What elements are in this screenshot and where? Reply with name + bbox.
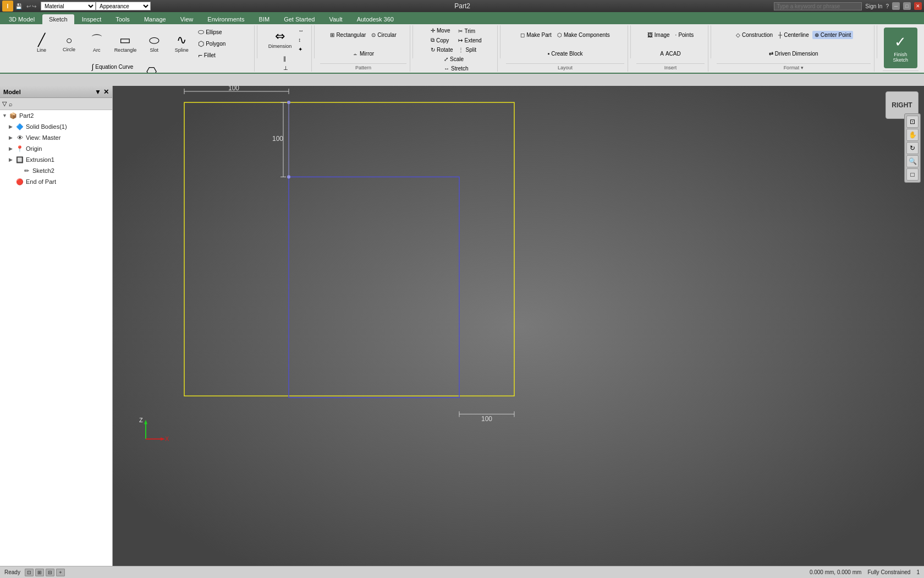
rotate-btn[interactable]: ↻ [906, 142, 919, 154]
panel-filter-btn[interactable]: ▼ [95, 88, 101, 96]
tab-environments[interactable]: Environments [201, 14, 251, 24]
tool-arc[interactable]: ⌒ Arc [84, 32, 110, 55]
constraint-coincident[interactable]: ✦ [296, 45, 306, 53]
zoom-window-btn[interactable]: □ [906, 168, 919, 181]
tool-construction[interactable]: ◇ Construction [734, 31, 775, 39]
tool-trim[interactable]: ✂ Trim [456, 27, 483, 35]
spline-label: Spline [175, 47, 189, 53]
tool-centerline[interactable]: ┼ Centerline [776, 31, 811, 39]
tab-tools[interactable]: Tools [109, 14, 136, 24]
zoom-extents-btn[interactable]: ⊡ [906, 116, 919, 128]
separator-5 [630, 25, 631, 58]
constraint-vertical[interactable]: ↕ [296, 36, 306, 44]
tool-split[interactable]: ⋮ Split [456, 46, 483, 54]
tool-fillet[interactable]: ⌐ Fillet [196, 50, 228, 61]
tool-spline[interactable]: ∿ Spline [168, 32, 195, 55]
tool-rotate[interactable]: ↻ Rotate [428, 46, 455, 54]
expand-solid-bodies[interactable]: ▶ [9, 124, 15, 129]
tool-rectangle[interactable]: ▭ Rectangle [111, 32, 140, 55]
center-point-label: Center Point [821, 32, 851, 38]
quick-access-redo[interactable]: ↪ [32, 3, 36, 9]
panel-filter-icon[interactable]: ▽ [2, 100, 7, 107]
tool-polygon[interactable]: ⬡ Polygon [196, 39, 228, 49]
tab-view[interactable]: View [174, 14, 200, 24]
status-icon-4[interactable]: + [56, 569, 65, 576]
help-btn[interactable]: ? [886, 3, 889, 9]
expand-part2[interactable]: ▼ [2, 113, 9, 118]
tree-item-extrusion1[interactable]: ▶ 🔲 Extrusion1 [0, 154, 112, 165]
tree-item-solid-bodies[interactable]: ▶ 🔷 Solid Bodies(1) [0, 121, 112, 132]
tree-item-origin[interactable]: ▶ 📍 Origin [0, 143, 112, 154]
image-label: Image [654, 32, 670, 38]
tool-copy[interactable]: ⧉ Copy [428, 36, 455, 45]
panel-search-icon[interactable]: ⌕ [9, 101, 13, 107]
tab-autodesk360[interactable]: Autodesk 360 [350, 14, 400, 24]
tree-item-sketch2[interactable]: ✏ Sketch2 [0, 165, 112, 176]
tab-inspect[interactable]: Inspect [75, 14, 108, 24]
tab-3dmodel[interactable]: 3D Model [2, 14, 41, 24]
tool-equation-curve[interactable]: ∫ Equation Curve [90, 62, 136, 72]
expand-view-master[interactable]: ▶ [9, 135, 15, 140]
tool-move[interactable]: ✛ Move [428, 26, 455, 35]
points-label: Points [678, 32, 694, 38]
tool-text[interactable]: A Text [90, 73, 136, 74]
minimize-btn[interactable]: ─ [892, 2, 900, 10]
maximize-btn[interactable]: □ [903, 2, 911, 10]
tool-rectangular[interactable]: ⊞ Rectangular [328, 31, 368, 39]
tool-make-part[interactable]: ◻ Make Part [518, 31, 554, 39]
appearance-select[interactable]: Appearance [96, 2, 151, 10]
tool-acad[interactable]: A ACAD [658, 50, 683, 58]
canvas-area[interactable]: 100 100 100 Z X RIGHT ⊡ [113, 86, 924, 566]
expand-extrusion1[interactable]: ▶ [9, 157, 15, 162]
tool-circle[interactable]: ○ Circle [56, 33, 82, 54]
constraint-perpendicular[interactable]: ⊥ [281, 64, 290, 72]
constraint-tangent[interactable]: ◜ [281, 73, 290, 74]
tab-sketch[interactable]: Sketch [42, 14, 74, 24]
tab-getstarted[interactable]: Get Started [277, 14, 321, 24]
expand-origin[interactable]: ▶ [9, 146, 15, 151]
pattern-group-label: Pattern [320, 63, 406, 70]
parallel-icon: ∥ [283, 56, 286, 62]
tool-center-point[interactable]: ⊕ Center Point [812, 31, 854, 39]
close-btn[interactable]: ✕ [914, 2, 922, 10]
status-icon-3[interactable]: ⊟ [46, 569, 54, 576]
tab-bim[interactable]: BIM [252, 14, 277, 24]
constraint-parallel[interactable]: ∥ [281, 54, 290, 63]
sign-in-btn[interactable]: Sign In [865, 3, 882, 9]
tool-stretch[interactable]: ↔ Stretch [442, 64, 471, 73]
search-input[interactable] [774, 2, 862, 10]
pan-btn[interactable]: ✋ [906, 129, 919, 141]
tool-driven-dimension[interactable]: ⇄ Driven Dimension [767, 50, 821, 58]
tool-create-block[interactable]: ▪ Create Block [546, 50, 585, 58]
finish-sketch-button[interactable]: ✓ Finish Sketch [884, 28, 917, 68]
material-select[interactable]: Material [41, 2, 96, 10]
tool-scale[interactable]: ⤢ Scale [442, 55, 471, 63]
tool-extend[interactable]: ↦ Extend [456, 36, 483, 45]
tree-item-view-master[interactable]: ▶ 👁 View: Master [0, 132, 112, 143]
tool-ellipse[interactable]: ⬭ Ellipse [196, 26, 228, 37]
tool-project-geometry[interactable]: ⎔ Project Geometry [136, 64, 167, 74]
quick-access-save[interactable]: 💾 [15, 3, 22, 9]
end-of-part-label: End of Part [26, 178, 56, 185]
tool-image[interactable]: 🖼 Image [645, 31, 672, 39]
tool-mirror[interactable]: ⫠ Mirror [350, 50, 376, 58]
tool-circular[interactable]: ⊙ Circular [369, 31, 398, 39]
tool-slot[interactable]: ⬭ Slot [141, 32, 167, 55]
tool-dimension[interactable]: ⇔ Dimension [265, 29, 295, 51]
tab-manage[interactable]: Manage [138, 14, 173, 24]
status-icon-2[interactable]: ⊞ [35, 569, 44, 576]
status-icon-1[interactable]: ⊡ [25, 569, 34, 576]
mirror-label: Mirror [360, 51, 374, 57]
tree-item-part2[interactable]: ▼ 📦 Part2 [0, 110, 112, 121]
tool-points[interactable]: · Points [673, 31, 696, 39]
panel-close-btn[interactable]: ✕ [103, 88, 109, 96]
ribbon-group-pattern: ⊞ Rectangular ⊙ Circular ⫠ Mirror Patter… [317, 25, 410, 72]
quick-access-undo[interactable]: ↩ [26, 3, 31, 9]
zoom-btn[interactable]: 🔍 [906, 155, 919, 167]
tool-make-components[interactable]: ⬡ Make Components [555, 31, 612, 39]
tree-item-end-of-part[interactable]: 🔴 End of Part [0, 176, 112, 187]
constraint-horizontal[interactable]: ↔ [296, 26, 306, 35]
tab-vault[interactable]: Vault [322, 14, 349, 24]
tool-line[interactable]: ╱ Line [29, 32, 55, 55]
circular-icon: ⊙ [371, 32, 376, 38]
